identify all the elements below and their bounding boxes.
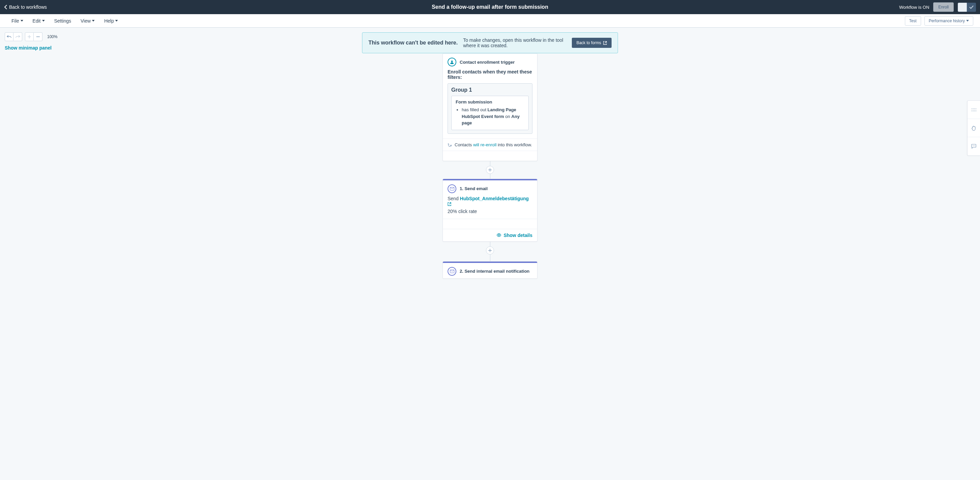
svg-point-5 [973,108,974,109]
svg-point-10 [974,110,975,111]
show-details-button[interactable]: Show details [443,229,537,241]
svg-point-9 [973,110,974,111]
enroll-filters-text: Enroll contacts when they meet these fil… [447,69,533,80]
plus-icon [488,249,492,252]
email-link[interactable]: HubSpot_Anmeldebestätigung [447,196,529,207]
svg-point-8 [972,110,972,111]
redo-button[interactable] [13,32,22,41]
add-step-button[interactable] [486,246,494,255]
step-internal-notification-card[interactable]: 2. Send internal email notification [442,261,538,279]
toggle-off-button[interactable] [958,3,967,12]
chevron-down-icon [966,20,969,22]
back-label: Back to workflows [9,5,47,10]
group-title: Group 1 [451,87,529,93]
menu-view-label: View [81,18,91,24]
zoom-out-button[interactable] [34,32,43,41]
chevron-down-icon [42,20,45,22]
alert-text: To make changes, open this workflow in t… [463,37,566,48]
svg-point-7 [975,108,976,109]
send-prefix: Send [447,196,460,201]
workflow-toggle [958,3,976,12]
show-details-label: Show details [503,233,533,238]
svg-point-14 [974,146,975,146]
header-actions: Workflow is ON Enroll [899,2,976,12]
menu-edit-label: Edit [33,18,41,24]
connector [490,161,490,166]
side-panel-grid[interactable] [967,101,980,119]
minus-icon [36,35,40,39]
back-to-forms-button[interactable]: Back to forms [572,38,612,48]
external-link-icon [447,202,451,206]
connector [490,255,490,261]
app-header: Back to workflows Send a follow-up email… [0,0,980,14]
filter-criterion: has filled out Landing Page HubSpot Even… [462,107,524,126]
hand-icon [971,125,976,131]
chevron-down-icon [115,20,118,22]
menu-file-label: File [11,18,19,24]
filter-prefix: has filled out [462,107,488,112]
refresh-icon [447,143,452,147]
step-send-email-card[interactable]: 1. Send email Send HubSpot_Anmeldebestät… [442,179,538,242]
performance-label: Performance history [929,19,965,23]
email-icon [447,184,456,193]
filter-group: Group 1 Form submission has filled out L… [447,83,533,134]
chevron-down-icon [21,20,23,22]
enroll-button[interactable]: Enroll [933,2,954,12]
connector [490,242,490,246]
svg-point-0 [451,61,453,62]
page-title: Send a follow-up email after form submis… [432,4,548,10]
menu-help[interactable]: Help [99,18,123,24]
menu-bar: File Edit Settings View Help Test Perfor… [0,14,980,28]
zoom-level: 100% [47,34,57,39]
send-email-text: Send HubSpot_Anmeldebestätigung [447,196,533,207]
reenroll-suffix: into this workflow. [496,142,532,147]
reenroll-prefix: Contacts [455,142,473,147]
click-rate: 20% click rate [447,209,533,214]
contact-icon [447,57,456,66]
plus-icon [488,168,492,172]
plus-icon [27,35,31,39]
menu-view[interactable]: View [76,18,99,24]
reenroll-link[interactable]: will re-enroll [473,142,496,147]
filter-title: Form submission [456,99,524,105]
side-panel-comment[interactable] [967,137,980,155]
menu-file[interactable]: File [7,18,28,24]
grid-icon [971,108,977,112]
side-panel [967,100,980,156]
add-step-button[interactable] [486,166,494,174]
email-icon [447,267,456,276]
reenroll-row: Contacts will re-enroll into this workfl… [443,139,537,151]
svg-point-12 [973,146,973,146]
step1-spacer [443,219,537,229]
svg-point-6 [974,108,975,109]
alert-title: This workflow can't be edited here. [368,40,458,46]
workflow-nodes: Contact enrollment trigger Enroll contac… [442,53,538,279]
test-button[interactable]: Test [905,16,921,26]
trigger-footer [443,151,537,161]
menu-settings[interactable]: Settings [49,18,76,24]
side-panel-hand[interactable] [967,119,980,137]
menu-edit[interactable]: Edit [28,18,49,24]
readonly-alert: This workflow can't be edited here. To m… [362,32,618,53]
back-to-workflows-link[interactable]: Back to workflows [4,5,47,10]
menu-help-label: Help [104,18,114,24]
back-to-forms-label: Back to forms [577,40,601,45]
workflow-canvas: 100% Show minimap panel This workflow ca… [0,28,980,480]
toggle-on-button[interactable] [967,3,976,12]
undo-button[interactable] [5,32,13,41]
svg-point-11 [975,110,976,111]
step1-title: 1. Send email [460,186,488,191]
svg-point-2 [498,234,500,236]
undo-icon [7,35,11,39]
redo-icon [16,35,20,39]
chevron-down-icon [92,20,95,22]
external-link-icon [603,41,607,45]
connector [490,174,490,179]
workflow-status: Workflow is ON [899,5,929,10]
zoom-in-button[interactable] [25,32,34,41]
performance-history-button[interactable]: Performance history [924,16,973,26]
filter-on: on [504,114,512,119]
trigger-card[interactable]: Contact enrollment trigger Enroll contac… [442,53,538,161]
check-icon [969,5,974,9]
trigger-title: Contact enrollment trigger [460,60,515,65]
